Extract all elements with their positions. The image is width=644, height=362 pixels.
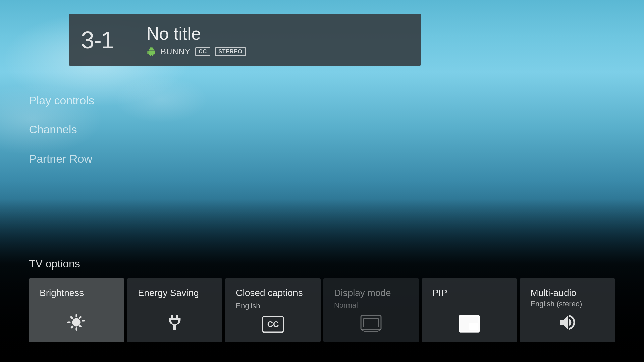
channel-title: No title [147,23,246,44]
energy-saving-label: Energy Saving [138,288,212,298]
energy-saving-card[interactable]: Energy Saving [127,278,223,342]
stereo-badge: STEREO [215,47,246,56]
display-mode-sublabel: Normal [334,301,408,310]
display-mode-icon [360,315,382,333]
channel-info: No title BUNNY CC STEREO [147,23,246,56]
multi-audio-card[interactable]: Multi-audio English (stereo) [520,278,615,342]
energy-saving-icon-container [138,312,212,333]
channel-source: BUNNY [161,47,191,56]
sidebar-item-channels[interactable]: Channels [29,123,94,136]
sidebar: Play controls Channels Partner Row [29,94,94,165]
display-mode-icon-container [334,315,408,333]
closed-captions-icon-container: CC [236,316,310,333]
cc-badge: CC [195,47,210,56]
pip-icon-container [432,315,506,333]
brightness-label: Brightness [40,288,114,298]
sidebar-item-partner-row[interactable]: Partner Row [29,152,94,165]
svg-rect-12 [470,324,478,330]
tv-options-section: TV options Brightness Energy Saving Clos… [0,258,644,362]
audio-icon [557,312,578,333]
svg-text:CC: CC [267,320,279,329]
audio-icon-container [530,312,604,333]
tv-options-title: TV options [29,258,615,270]
options-grid: Brightness Energy Saving Closed captions… [29,278,615,342]
channel-card: 3-1 No title BUNNY CC STEREO [69,14,421,66]
pip-card[interactable]: PIP [422,278,517,342]
pip-icon [459,315,480,333]
multi-audio-label: Multi-audio [530,288,604,298]
channel-number: 3-1 [81,26,135,54]
brightness-icon-container [40,312,114,333]
brightness-icon [66,312,87,333]
display-mode-card[interactable]: Display mode Normal [323,278,419,342]
channel-meta: BUNNY CC STEREO [147,47,246,56]
closed-captions-sublabel: English [236,302,310,310]
cc-icon: CC [262,316,284,333]
brightness-card[interactable]: Brightness [29,278,124,342]
closed-captions-card[interactable]: Closed captions English CC [225,278,321,342]
sidebar-item-play-controls[interactable]: Play controls [29,94,94,107]
plug-icon [165,312,185,333]
closed-captions-label: Closed captions [236,288,310,298]
display-mode-label: Display mode [334,288,408,298]
pip-label: PIP [432,288,506,298]
multi-audio-sublabel: English (stereo) [530,300,604,308]
svg-rect-3 [364,318,378,327]
android-icon [147,47,156,56]
